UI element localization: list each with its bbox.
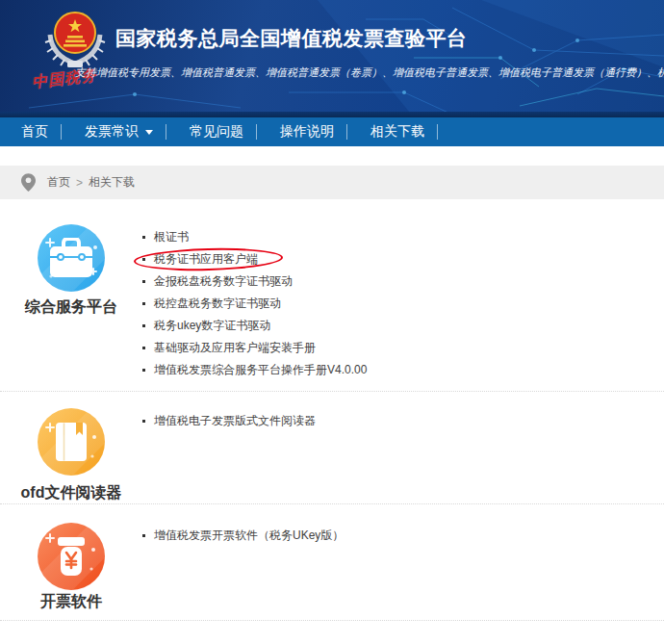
nav-separator	[61, 124, 62, 140]
nav-separator	[437, 124, 438, 140]
nav-item-home[interactable]: 首页	[21, 123, 48, 141]
download-link[interactable]: 根证书	[142, 226, 367, 248]
nav-item-faq[interactable]: 常见问题	[190, 123, 243, 141]
location-pin-icon	[21, 173, 36, 192]
nav-separator	[256, 124, 257, 140]
nav-item-invoice-knowledge[interactable]: 发票常识	[85, 123, 153, 141]
page-title: 国家税务总局全国增值税发票查验平台	[115, 25, 468, 52]
briefcase-icon	[38, 224, 105, 292]
download-link-label: 税务证书应用客户端	[154, 251, 258, 268]
download-link[interactable]: 税控盘税务数字证书驱动	[142, 293, 367, 315]
nav-item-label: 首页	[21, 123, 48, 141]
site-header: 中国税务 国家税务总局全国增值税发票查验平台 支持增值税专用发票、增值税普通发票…	[0, 0, 664, 117]
breadcrumb-current: 相关下载	[89, 174, 135, 191]
nav-item-label: 发票常识	[85, 123, 139, 141]
section-icon-column: ofd文件阅读器	[0, 408, 142, 503]
nav-item-label: 相关下载	[370, 123, 424, 141]
download-section-invoicing-software: 开票软件 增值税发票开票软件（税务UKey版）	[0, 504, 664, 621]
nav-separator	[166, 124, 166, 140]
nav-item-downloads[interactable]: 相关下载	[370, 123, 424, 141]
download-section-service-platform: 综合服务平台 根证书 税务证书应用客户端 金报税盘税务数字证书驱动 税控盘税务数…	[0, 199, 664, 392]
chevron-down-icon	[145, 130, 153, 135]
download-list: 根证书 税务证书应用客户端 金报税盘税务数字证书驱动 税控盘税务数字证书驱动 税…	[142, 224, 367, 381]
download-section-ofd-reader: ofd文件阅读器 增值税电子发票版式文件阅读器	[0, 392, 664, 504]
download-link[interactable]: 基础驱动及应用客户端安装手册	[142, 337, 367, 359]
download-list: 增值税发票开票软件（税务UKey版）	[142, 523, 344, 612]
download-link[interactable]: 税务ukey数字证书驱动	[142, 315, 367, 337]
download-link-circled[interactable]: 税务证书应用客户端	[142, 248, 367, 270]
section-label: 开票软件	[40, 592, 102, 612]
download-link[interactable]: 增值税发票开票软件（税务UKey版）	[142, 525, 344, 547]
section-icon-column: 开票软件	[0, 523, 142, 612]
header-subtitle: 支持增值税专用发票、增值税普通发票、增值税普通发票（卷票）、增值税电子普通发票、…	[75, 65, 664, 80]
nav-item-instructions[interactable]: 操作说明	[280, 123, 334, 141]
download-link[interactable]: 增值税电子发票版式文件阅读器	[142, 410, 316, 432]
breadcrumb-home-link[interactable]: 首页	[47, 174, 70, 191]
spacer	[0, 146, 664, 166]
main-nav: 首页 发票常识 常见问题 操作说明 相关下载	[0, 117, 664, 146]
national-tax-emblem-icon	[43, 8, 107, 69]
download-link[interactable]: 增值税发票综合服务平台操作手册V4.0.00	[142, 359, 367, 381]
nav-item-label: 操作说明	[280, 123, 334, 141]
download-link[interactable]: 金报税盘税务数字证书驱动	[142, 270, 367, 293]
breadcrumb-separator: >	[76, 176, 83, 190]
nav-separator	[346, 124, 347, 140]
section-icon-column: 综合服务平台	[0, 224, 142, 381]
nav-item-label: 常见问题	[190, 123, 243, 141]
section-label: 综合服务平台	[25, 297, 117, 318]
section-label: ofd文件阅读器	[21, 483, 122, 503]
book-icon	[38, 408, 105, 476]
invoice-software-icon	[38, 523, 105, 590]
download-list: 增值税电子发票版式文件阅读器	[142, 408, 316, 503]
breadcrumb: 首页 > 相关下载	[0, 166, 664, 199]
